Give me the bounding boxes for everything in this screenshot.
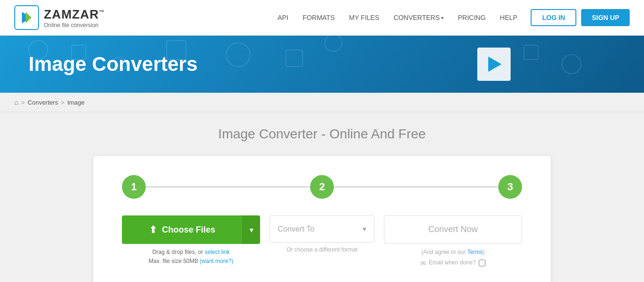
signup-button[interactable]: SIGN UP: [581, 9, 630, 26]
logo-icon: [14, 5, 39, 30]
email-row: ✉ Email when done?: [421, 258, 485, 269]
breadcrumb: ⌂ > Converters > Image: [0, 93, 644, 112]
select-link[interactable]: select link: [205, 249, 230, 255]
nav-converters[interactable]: CONVERTERS ▾: [388, 10, 449, 25]
hero-title: Image Converters: [29, 53, 198, 76]
convert-to-arrow-icon: ▾: [362, 224, 366, 233]
breadcrumb-sep2: >: [61, 99, 65, 106]
nav-formats[interactable]: FORMATS: [297, 10, 340, 25]
breadcrumb-sep1: >: [21, 99, 25, 106]
logo-name: ZAMZAR™: [44, 7, 105, 22]
terms-link[interactable]: Terms: [467, 249, 483, 255]
converter-actions: ⬆ Choose Files ▾ Drag & drop files, or s…: [122, 215, 522, 269]
step-3: 3: [498, 175, 522, 199]
page-title: Image Converter - Online And Free: [218, 126, 426, 142]
convert-now-section: Convert Now (And agree to our Terms) ✉ E…: [384, 215, 522, 269]
convert-now-bottom: (And agree to our Terms) ✉ Email when do…: [421, 247, 485, 269]
email-label: Email when done?: [429, 258, 476, 268]
header: ZAMZAR™ Online file conversion API FORMA…: [0, 0, 644, 36]
svg-point-10: [562, 55, 581, 74]
nav-pricing[interactable]: PRICING: [452, 10, 491, 25]
convert-to-section: Convert To ▾ Or choose a different forma…: [270, 215, 374, 253]
step-2: 2: [310, 175, 334, 199]
breadcrumb-home-icon[interactable]: ⌂: [14, 98, 18, 106]
logo-subtitle: Online file conversion: [44, 22, 105, 29]
svg-rect-7: [286, 50, 302, 67]
upload-icon: ⬆: [149, 224, 157, 235]
converters-chevron-icon: ▾: [441, 15, 443, 20]
main-content: Image Converter - Online And Free 1 2 3 …: [0, 112, 644, 282]
step-line-1: [146, 186, 310, 188]
svg-marker-1: [26, 12, 31, 23]
nav-api[interactable]: API: [272, 10, 294, 25]
svg-point-8: [325, 36, 342, 51]
hero-play-button: [477, 48, 511, 81]
choose-files-dropdown-arrow-icon: ▾: [250, 226, 253, 234]
convert-to-label: Convert To: [278, 225, 314, 233]
converter-card: 1 2 3 ⬆ Choose Files ▾ Dra: [93, 156, 551, 282]
main-nav: API FORMATS MY FILES CONVERTERS ▾ PRICIN…: [272, 9, 630, 26]
steps-indicator: 1 2 3: [122, 175, 522, 199]
breadcrumb-current: Image: [67, 99, 84, 106]
choose-files-section: ⬆ Choose Files ▾ Drag & drop files, or s…: [122, 215, 260, 266]
want-more-link[interactable]: (want more?): [200, 258, 233, 264]
play-triangle-icon: [488, 57, 502, 72]
logo-area: ZAMZAR™ Online file conversion: [14, 5, 105, 30]
step-1: 1: [122, 175, 146, 199]
svg-rect-9: [524, 45, 538, 59]
email-checkbox[interactable]: [479, 260, 485, 266]
convert-to-dropdown[interactable]: Convert To ▾: [270, 215, 374, 243]
logo-text: ZAMZAR™ Online file conversion: [44, 7, 105, 29]
convert-now-button[interactable]: Convert Now: [384, 215, 522, 243]
choose-files-button-group: ⬆ Choose Files ▾: [122, 215, 260, 244]
convert-to-hint: Or choose a different format: [286, 246, 357, 253]
step-line-2: [334, 186, 498, 188]
login-button[interactable]: LOG IN: [531, 9, 576, 26]
choose-files-dropdown-button[interactable]: ▾: [242, 215, 260, 244]
choose-help-text: Drag & drop files, or select link Max. f…: [149, 248, 233, 266]
nav-help[interactable]: HELP: [494, 10, 523, 25]
choose-files-button[interactable]: ⬆ Choose Files: [122, 215, 242, 244]
email-icon: ✉: [421, 258, 426, 269]
breadcrumb-converters-link[interactable]: Converters: [28, 99, 58, 106]
hero-banner: Image Converters: [0, 36, 644, 93]
choose-files-label: Choose Files: [162, 225, 215, 235]
svg-point-6: [226, 43, 250, 67]
nav-myfiles[interactable]: MY FILES: [343, 10, 385, 25]
